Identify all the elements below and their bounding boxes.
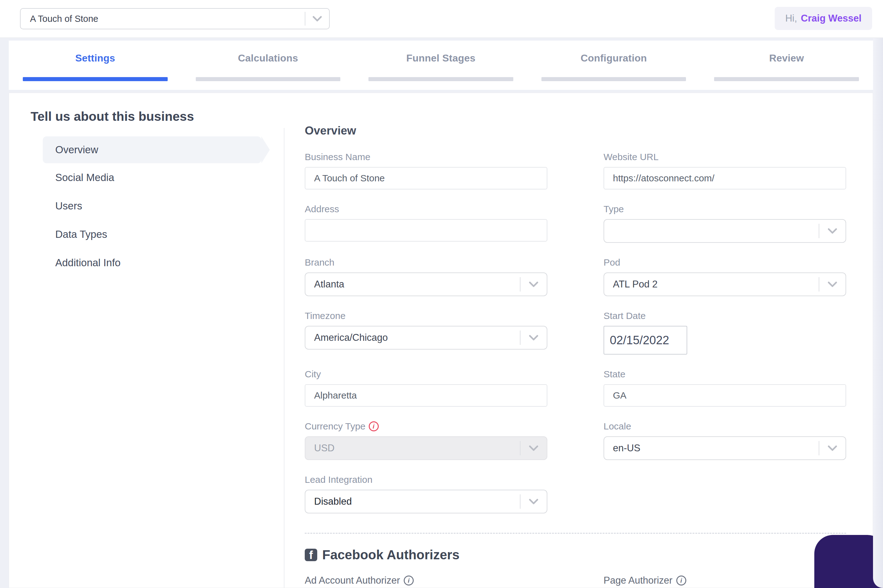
chevron-down-icon[interactable] — [521, 282, 547, 287]
tab-label: Calculations — [238, 52, 298, 64]
tab-funnel-stages[interactable]: Funnel Stages — [354, 40, 527, 90]
lead-integration-select[interactable]: Disabled — [305, 490, 547, 513]
sidebar-item-label: Users — [55, 200, 82, 212]
field-lead-integration: Lead Integration Disabled — [305, 474, 547, 513]
field-label: Currency Type i — [305, 421, 547, 432]
chevron-down-icon[interactable] — [819, 282, 845, 287]
start-date-input[interactable] — [604, 326, 687, 354]
select-right — [819, 273, 845, 296]
lead-integration-value: Disabled — [314, 496, 352, 507]
empty-cell — [604, 474, 846, 528]
info-icon[interactable]: i — [676, 576, 686, 585]
address-input[interactable] — [305, 219, 547, 242]
pod-select-value: ATL Pod 2 — [613, 279, 658, 290]
field-label: Address — [305, 204, 547, 214]
field-label: Type — [604, 204, 846, 214]
tab-label: Configuration — [580, 52, 647, 64]
sidebar-item-additional-info[interactable]: Additional Info — [43, 248, 261, 277]
tab-calculations[interactable]: Calculations — [182, 40, 355, 90]
business-selector[interactable]: A Touch of Stone — [20, 8, 330, 29]
field-label: Lead Integration — [305, 474, 547, 485]
tab-progress-bar — [714, 77, 859, 81]
field-label-text: Currency Type — [305, 421, 366, 432]
currency-type-select: USD — [305, 436, 547, 460]
authorizers-grid: Ad Account Authorizer i — [305, 562, 846, 588]
field-label: State — [604, 369, 846, 380]
sidebar-item-users[interactable]: Users — [43, 192, 261, 220]
field-state: State — [604, 369, 846, 406]
field-label: Branch — [305, 257, 547, 268]
authorizer-label: Page Authorizer i — [604, 575, 846, 586]
sidebar-item-label: Data Types — [55, 228, 107, 240]
branch-select-value: Atlanta — [314, 279, 344, 290]
sidebar-item-label: Social Media — [55, 172, 114, 183]
authorizer-label-text: Page Authorizer — [604, 575, 673, 586]
page-title: Tell us about this business — [31, 109, 194, 124]
field-pod: Pod ATL Pod 2 — [604, 257, 846, 296]
field-label: Locale — [604, 421, 846, 432]
tab-label: Settings — [75, 52, 115, 64]
field-type: Type — [604, 204, 846, 243]
authorizer-label-text: Ad Account Authorizer — [305, 575, 400, 586]
website-url-input[interactable] — [604, 167, 846, 189]
chevron-down-icon[interactable] — [305, 9, 329, 29]
state-input[interactable] — [604, 384, 846, 406]
tab-configuration[interactable]: Configuration — [527, 40, 700, 90]
field-branch: Branch Atlanta — [305, 257, 547, 296]
user-name: Craig Wessel — [801, 13, 862, 24]
ad-account-authorizer-block: Ad Account Authorizer i — [305, 562, 547, 588]
type-select[interactable] — [604, 219, 846, 243]
business-name-input[interactable] — [305, 167, 547, 189]
locale-select-value: en-US — [613, 442, 640, 454]
city-input[interactable] — [305, 384, 547, 406]
chevron-down-icon[interactable] — [819, 446, 845, 451]
right-edge-panel — [873, 38, 883, 588]
sidebar-item-social-media[interactable]: Social Media — [43, 163, 261, 192]
chevron-down-icon[interactable] — [521, 499, 547, 504]
branch-select[interactable]: Atlanta — [305, 273, 547, 296]
select-right — [520, 273, 547, 296]
select-right — [520, 437, 547, 459]
field-address: Address — [305, 204, 547, 243]
field-currency-type: Currency Type i USD — [305, 421, 547, 460]
field-start-date: Start Date — [604, 310, 846, 354]
pod-select[interactable]: ATL Pod 2 — [604, 273, 846, 296]
info-icon[interactable]: i — [369, 422, 379, 431]
page-authorizer-block: Page Authorizer i — [604, 562, 846, 588]
sidebar-item-label: Additional Info — [55, 257, 120, 269]
tab-review[interactable]: Review — [700, 40, 873, 90]
select-right — [520, 327, 547, 349]
timezone-select[interactable]: America/Chicago — [305, 326, 547, 350]
timezone-select-value: America/Chicago — [314, 332, 388, 343]
tab-progress-bar — [368, 77, 513, 81]
tab-progress-bar — [541, 77, 686, 81]
tab-progress-bar — [196, 77, 341, 81]
sidebar-item-overview[interactable]: Overview — [43, 136, 261, 163]
select-right — [520, 490, 547, 513]
user-greeting[interactable]: Hi, Craig Wessel — [775, 7, 872, 30]
sidebar-item-label: Overview — [55, 144, 98, 156]
form-grid: Business Name Website URL Address Type — [305, 152, 846, 528]
currency-type-value: USD — [314, 442, 334, 454]
field-label: Pod — [604, 257, 846, 268]
select-right — [819, 220, 845, 242]
tab-label: Review — [769, 52, 804, 64]
chevron-down-icon — [521, 446, 547, 451]
field-label: Timezone — [305, 310, 547, 321]
field-label: City — [305, 369, 547, 380]
tab-settings[interactable]: Settings — [9, 40, 182, 90]
info-icon[interactable]: i — [404, 576, 414, 585]
chevron-down-icon[interactable] — [521, 335, 547, 340]
section-nav: Overview Social Media Users Data Types A… — [43, 136, 261, 277]
authorizer-label: Ad Account Authorizer i — [305, 575, 547, 586]
facebook-authorizers-heading: f Facebook Authorizers — [305, 548, 846, 562]
overview-form: Overview Business Name Website URL Addre… — [305, 124, 846, 588]
chevron-down-icon[interactable] — [819, 228, 845, 234]
sidebar-item-data-types[interactable]: Data Types — [43, 220, 261, 248]
tab-progress-bar — [23, 77, 168, 81]
locale-select[interactable]: en-US — [604, 436, 846, 460]
field-label: Business Name — [305, 152, 547, 162]
top-bar: A Touch of Stone Hi, Craig Wessel — [0, 0, 883, 38]
section-title: Overview — [305, 124, 846, 137]
chat-launcher-button[interactable] — [814, 535, 883, 588]
